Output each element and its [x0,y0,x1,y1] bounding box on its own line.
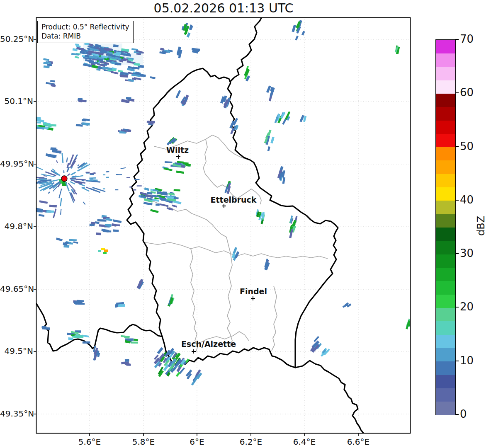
colorbar-tick-label: 60 [460,86,474,99]
clutter-spoke [78,165,79,166]
district-border [140,197,231,254]
radar-echo [49,205,57,208]
lat-tick-label: 49.95°N [0,159,33,169]
radar-echo [172,204,177,207]
radar-echo [144,187,150,191]
clutter-dash [88,180,92,181]
radar-echo [97,219,107,222]
clutter-dash [115,189,118,191]
colorbar-segment [436,160,455,174]
colorbar-tick [455,361,459,361]
colorbar-tick [455,39,459,40]
colorbar-segment [436,241,455,254]
map-canvas [0,0,491,448]
colorbar-segment [436,321,455,335]
radar-echo [175,90,181,98]
radar-echo [314,336,319,342]
clutter-spoke [90,173,95,174]
radar-echo [75,56,79,58]
colorbar [435,39,456,415]
colorbar-segment [436,402,455,415]
clutter-spoke [44,176,47,176]
city-label-ettelbruck: Ettelbruck [211,195,257,204]
radar-echo [51,148,56,150]
colorbar-segment [436,308,455,321]
colorbar-segment [436,53,455,67]
clutter-dash [103,174,106,176]
clutter-spoke [71,172,76,175]
radar-echo [301,31,305,35]
district-border [272,286,277,351]
radar-echo [156,203,160,206]
radar-echo [98,250,101,252]
lat-tick-label: 50.25°N [0,34,33,44]
colorbar-segment [436,388,455,402]
lon-tick-label: 5.6°E [71,437,108,447]
radar-echo [44,65,50,68]
city-marker [192,349,196,354]
radar-echo [103,252,107,254]
radar-echo [134,339,138,341]
clutter-dash [137,185,142,186]
radar-echo [51,84,56,87]
radar-echo [69,239,76,241]
colorbar-segment [436,40,455,53]
clutter-spoke [21,174,35,176]
colorbar-segment [436,254,455,268]
clutter-spoke [48,192,50,193]
lat-tick-label: 49.35°N [0,409,33,419]
radar-echo [56,237,63,241]
country-border-france_germany_se [295,361,364,433]
colorbar-segment [436,348,455,361]
clutter-spoke [70,179,75,180]
radar-echo [131,341,138,344]
radar-echo [95,221,100,224]
radar-echo [174,189,180,191]
clutter-spoke [67,157,68,162]
radar-echo [46,210,54,213]
clutter-spoke [37,179,46,179]
radar-echo [118,304,122,307]
radar-echo [159,203,168,207]
product-line: Product: 0.5° Reflectivity [41,22,129,31]
radar-echo [154,197,159,199]
radar-echo [37,121,41,124]
clutter-dash [90,174,94,175]
radar-echo [115,63,122,65]
clutter-dash [94,181,96,182]
radar-echo [50,80,55,82]
clutter-spoke [62,153,63,163]
colorbar-segment [436,147,455,161]
lon-tick-label: 6.4°E [286,437,323,447]
radar-echo [176,171,184,174]
colorbar-tick-label: 40 [460,194,474,206]
radar-echo [165,161,173,163]
colorbar-segment [436,93,455,107]
clutter-spoke [86,181,100,182]
colorbar-segment [436,120,455,134]
city-marker [222,204,226,208]
radar-echo [39,214,44,217]
clutter-spoke [79,184,85,186]
district-border [190,249,198,352]
radar-echo [148,121,155,123]
clutter-dash [134,179,139,180]
lon-tick-label: 6.6°E [340,437,377,447]
radar-echo [104,249,108,252]
radar-echo [39,200,48,204]
colorbar-tick-label: 70 [460,33,474,45]
radar-echo [126,97,131,100]
district-border [203,139,261,204]
radar-echo [147,192,153,195]
city-label-esch-alzette: Esch/Alzette [181,339,236,349]
colorbar-tick-label: 0 [460,408,467,420]
lat-tick-label: 49.8°N [0,221,33,231]
radar-echo [125,363,130,365]
colorbar-tick-label: 10 [460,354,474,367]
colorbar-segment [436,67,455,80]
radar-echo [163,191,167,194]
district-border [227,254,232,346]
clutter-spoke [59,189,61,198]
country-border-luxembourg [127,68,338,368]
radar-echo [23,300,28,303]
